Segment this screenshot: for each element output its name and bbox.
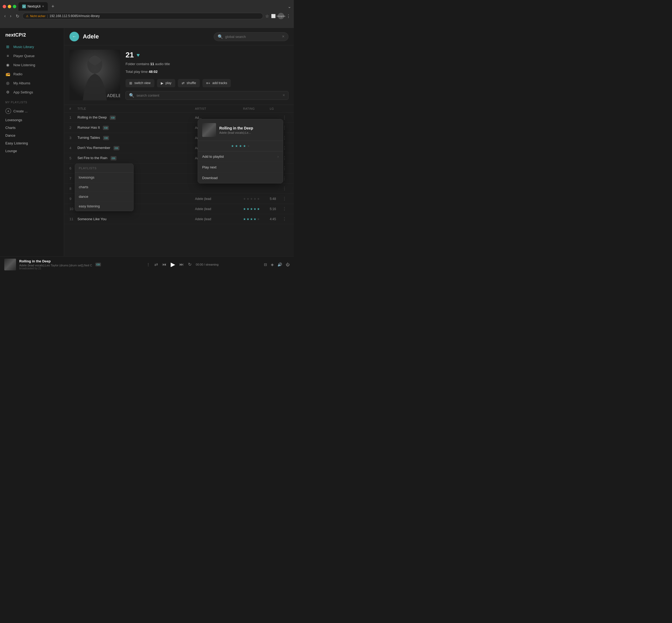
shuffle-btn[interactable]: ⇄ shuffle (178, 79, 200, 87)
play-next-menu-item[interactable]: Play next (198, 162, 283, 173)
cd-badge: CD (113, 146, 119, 150)
sidebar-item-player-queue[interactable]: ≡ Player Queue (0, 51, 64, 60)
sidebar-item-app-settings[interactable]: ⚙ App Settings (0, 88, 64, 97)
track-menu-btn[interactable]: ⋮ (280, 186, 288, 191)
close-window-btn[interactable] (3, 5, 6, 8)
star-icon[interactable]: ★ (253, 207, 256, 211)
star-icon[interactable]: ★ (250, 197, 253, 201)
submenu-chevron-icon: › (278, 155, 279, 158)
track-rating: ★ ★ ★ ★ ★ (243, 197, 270, 201)
volume-btn[interactable]: 🔊 (278, 262, 282, 267)
back-button[interactable]: ← (69, 32, 79, 41)
sidebar-item-radio[interactable]: 📻 Radio (0, 69, 64, 79)
playlists-section-label: MY PLAYLISTS (0, 97, 64, 106)
main-content: ← Adele 🔍 × (64, 28, 294, 256)
previous-btn[interactable]: ⏮ (162, 262, 166, 267)
star-2[interactable]: ★ (235, 144, 238, 148)
equalizer-btn[interactable]: ⊟ (264, 262, 267, 267)
playlist-item-lovesongs[interactable]: Lovesongs (0, 116, 64, 124)
star-icon[interactable]: ★ (253, 197, 256, 201)
repeat-btn[interactable]: ↻ (188, 262, 192, 267)
star-3[interactable]: ★ (239, 144, 242, 148)
star-icon[interactable]: ★ (257, 197, 260, 201)
reload-nav-btn[interactable]: ↻ (15, 13, 20, 19)
sidebar-item-now-listening[interactable]: ◉ Now Listening (0, 60, 64, 69)
album-title: 21 (125, 51, 134, 59)
tab-menu-btn[interactable]: ⌄ (288, 4, 291, 9)
star-icon[interactable]: ★ (247, 217, 249, 221)
add-tracks-btn[interactable]: ≡+ add tracks (202, 79, 231, 87)
playlist-submenu-item-charts[interactable]: charts (75, 182, 133, 192)
context-rating[interactable]: ★ ★ ★ ★ ★ (198, 141, 283, 151)
playlist-submenu-item-lovesongs[interactable]: lovesongs (75, 173, 133, 182)
search-content-input[interactable] (137, 93, 280, 97)
shuffle-control-btn[interactable]: ⇄ (155, 262, 158, 267)
star-icon[interactable]: ★ (247, 207, 249, 211)
star-icon[interactable]: ★ (257, 207, 260, 211)
download-menu-item[interactable]: Download (198, 173, 283, 183)
forward-nav-btn[interactable]: › (9, 13, 12, 19)
star-icon[interactable]: ★ (243, 217, 246, 221)
search-clear-icon[interactable]: × (282, 34, 284, 39)
create-playlist-btn[interactable]: + Create ... (0, 106, 64, 116)
search-content-clear-icon[interactable]: × (283, 93, 285, 98)
star-icon[interactable]: ★ (247, 197, 249, 201)
play-btn[interactable]: ▶ play (157, 79, 175, 87)
playlist-submenu-item-easy-listening[interactable]: easy listening (75, 202, 133, 211)
active-tab[interactable]: A NextcpUi × (19, 2, 48, 11)
star-1[interactable]: ★ (231, 144, 234, 148)
track-number: 5 (69, 156, 78, 160)
now-playing-more-btn[interactable]: ⋮ (146, 262, 150, 267)
track-menu-btn[interactable]: ⋮ (280, 206, 288, 211)
minimize-window-btn[interactable] (8, 5, 11, 8)
context-song-info: Rolling in the Deep Adele (lead vocals);… (219, 126, 253, 134)
track-title: Set Fire to the Rain CD (78, 156, 195, 160)
star-icon[interactable]: ★ (250, 207, 253, 211)
sidebar-item-my-albums[interactable]: ◎ My Albums (0, 79, 64, 88)
next-btn[interactable]: ⏭ (179, 262, 184, 267)
power-btn[interactable]: ⏻ (286, 262, 289, 267)
shuffle-icon: ⇄ (181, 81, 185, 85)
playlist-item-lounge[interactable]: Lounge (0, 147, 64, 155)
play-pause-btn[interactable]: ▶ (171, 261, 175, 268)
maximize-window-btn[interactable] (13, 5, 16, 8)
profile-btn[interactable]: Inkognito (278, 13, 284, 19)
sidebar-item-music-library[interactable]: ⊞ Music Library (0, 42, 64, 51)
add-to-playlist-menu-item[interactable]: Add to playlist › (198, 151, 283, 162)
star-icon[interactable]: ★ (253, 217, 256, 221)
tab-close-btn[interactable]: × (42, 4, 44, 8)
address-bar[interactable]: ⚠ Nicht sicher | 192.168.112.5:8085/#/mu… (23, 13, 263, 19)
table-row[interactable]: 11 Someone Like You Adele (lead ★ ★ ★ ★ … (64, 214, 294, 224)
new-tab-btn[interactable]: + (50, 4, 56, 9)
playtime-label: Total play time (125, 70, 148, 74)
playlist-item-easy-listening[interactable]: Easy Listening (0, 139, 64, 147)
star-4[interactable]: ★ (243, 144, 246, 148)
track-artist: Adele (lead (195, 217, 243, 221)
table-row[interactable]: 1 Rolling in the Deep CD Ad... ⋮ Rolling… (64, 113, 294, 123)
track-title: Don't You Remember CD (78, 146, 195, 150)
bookmark-icon[interactable]: ☆ (265, 13, 269, 19)
context-song-title: Rolling in the Deep (219, 126, 253, 130)
star-icon[interactable]: ★ (243, 197, 246, 201)
back-nav-btn[interactable]: ‹ (3, 13, 7, 19)
context-thumb-art (202, 123, 216, 137)
audio-label: audio title (155, 62, 170, 66)
playlist-submenu-item-dance[interactable]: dance (75, 192, 133, 202)
album-meta: Folder contains 11 audio title (125, 61, 288, 67)
star-icon[interactable]: ★ (243, 207, 246, 211)
track-menu-btn[interactable]: ⋮ (280, 216, 288, 221)
switch-view-btn[interactable]: ⊞ switch view (125, 79, 155, 87)
favorite-icon[interactable]: ♥ (137, 52, 140, 58)
extensions-icon[interactable]: ⬜ (271, 14, 276, 18)
browser-menu-icon[interactable]: ⋮ (286, 13, 290, 19)
global-search-input[interactable] (225, 35, 280, 39)
playlist-item-dance[interactable]: Dance (0, 131, 64, 139)
playlist-item-charts[interactable]: Charts (0, 124, 64, 131)
track-time: 4:45 (270, 217, 280, 221)
star-5[interactable]: ★ (247, 144, 250, 148)
star-icon[interactable]: ★ (250, 217, 253, 221)
quality-btn[interactable]: ◈ (271, 262, 274, 267)
star-icon[interactable]: ★ (257, 217, 260, 221)
search-content-icon: 🔍 (129, 93, 134, 98)
track-menu-btn[interactable]: ⋮ (280, 196, 288, 201)
